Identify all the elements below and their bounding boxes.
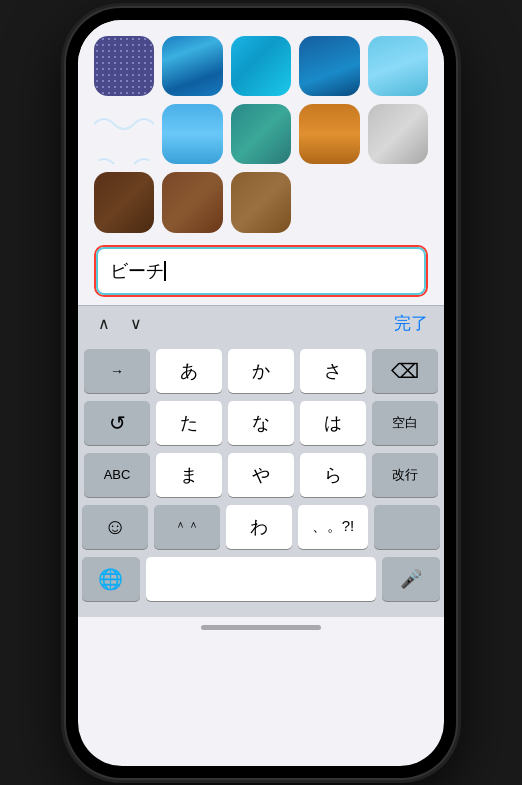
key-refresh[interactable]: ↺ xyxy=(84,401,150,445)
keyboard: → あ か さ ⌫ ↺ た な は 空白 ABC ま や ら 改行 xyxy=(78,341,444,617)
key-extra[interactable] xyxy=(374,505,440,549)
key-space[interactable]: 空白 xyxy=(372,401,438,445)
texture-item[interactable] xyxy=(231,172,291,232)
key-ta[interactable]: た xyxy=(156,401,222,445)
texture-item[interactable] xyxy=(231,104,291,164)
texture-item[interactable] xyxy=(94,104,154,164)
search-input-inner[interactable]: ビーチ xyxy=(96,247,426,295)
texture-item[interactable] xyxy=(299,36,359,96)
key-ma[interactable]: ま xyxy=(156,453,222,497)
texture-item[interactable] xyxy=(368,36,428,96)
toolbar-done-button[interactable]: 完了 xyxy=(394,312,428,335)
key-abc[interactable]: ABC xyxy=(84,453,150,497)
top-content: ビーチ xyxy=(78,20,444,305)
texture-item[interactable] xyxy=(162,104,222,164)
texture-item[interactable] xyxy=(162,36,222,96)
phone-frame: ビーチ ∧ ∨ 完了 → あ か さ ⌫ ↺ xyxy=(66,8,456,778)
key-caret[interactable]: ＾＾ xyxy=(154,505,220,549)
home-bar xyxy=(78,617,444,636)
toolbar-up-button[interactable]: ∧ xyxy=(94,312,114,335)
toolbar-down-button[interactable]: ∨ xyxy=(126,312,146,335)
keyboard-row-2: ↺ た な は 空白 xyxy=(82,401,440,445)
key-na[interactable]: な xyxy=(228,401,294,445)
key-a[interactable]: あ xyxy=(156,349,222,393)
phone-screen: ビーチ ∧ ∨ 完了 → あ か さ ⌫ ↺ xyxy=(78,20,444,766)
key-return[interactable]: 改行 xyxy=(372,453,438,497)
key-ra[interactable]: ら xyxy=(300,453,366,497)
key-spacebar[interactable] xyxy=(146,557,377,601)
key-delete[interactable]: ⌫ xyxy=(372,349,438,393)
key-globe[interactable]: 🌐 xyxy=(82,557,140,601)
texture-item[interactable] xyxy=(162,172,222,232)
text-cursor xyxy=(164,261,166,281)
key-arrow-right[interactable]: → xyxy=(84,349,150,393)
home-indicator xyxy=(201,625,321,630)
toolbar-arrows: ∧ ∨ xyxy=(94,312,146,335)
keyboard-row-3: ABC ま や ら 改行 xyxy=(82,453,440,497)
key-mic[interactable]: 🎤 xyxy=(382,557,440,601)
key-emoji[interactable]: ☺ xyxy=(82,505,148,549)
keyboard-row-4: ☺ ＾＾ わ 、。?! xyxy=(82,505,440,549)
key-wa[interactable]: わ xyxy=(226,505,292,549)
texture-item[interactable] xyxy=(368,104,428,164)
texture-grid xyxy=(94,36,428,233)
key-ka[interactable]: か xyxy=(228,349,294,393)
search-area: ビーチ xyxy=(94,245,428,297)
texture-item[interactable] xyxy=(94,36,154,96)
search-input-text: ビーチ xyxy=(110,259,164,283)
key-sa[interactable]: さ xyxy=(300,349,366,393)
keyboard-row-1: → あ か さ ⌫ xyxy=(82,349,440,393)
key-punctuation[interactable]: 、。?! xyxy=(298,505,368,549)
keyboard-row-bottom: 🌐 🎤 xyxy=(82,557,440,601)
search-input-wrapper: ビーチ xyxy=(94,245,428,297)
key-ya[interactable]: や xyxy=(228,453,294,497)
texture-item[interactable] xyxy=(231,36,291,96)
texture-item[interactable] xyxy=(94,172,154,232)
texture-item[interactable] xyxy=(299,104,359,164)
key-ha[interactable]: は xyxy=(300,401,366,445)
keyboard-toolbar: ∧ ∨ 完了 xyxy=(78,305,444,341)
